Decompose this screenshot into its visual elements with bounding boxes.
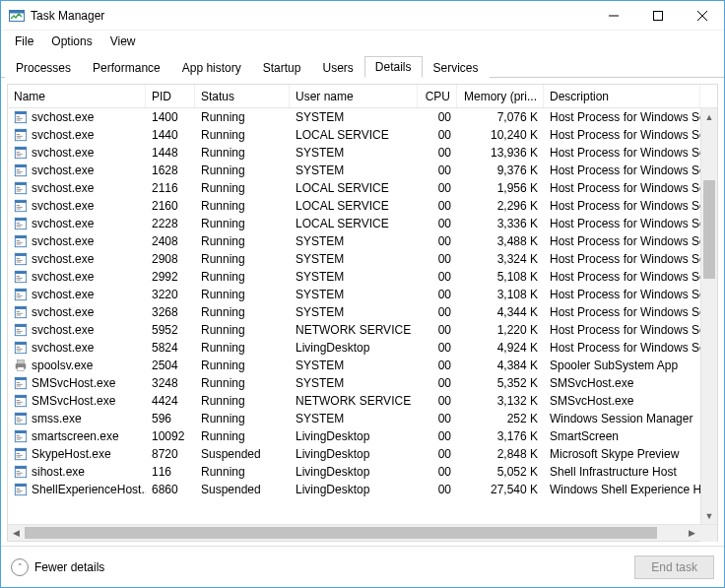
cell-description: Host Process for Windows Serv xyxy=(544,163,700,177)
svg-rect-65 xyxy=(17,315,21,316)
col-cpu[interactable]: CPU xyxy=(418,85,457,107)
table-row[interactable]: svchost.exe5952RunningNETWORK SERVICE001… xyxy=(8,321,700,339)
process-icon xyxy=(14,412,28,425)
cell-user: LOCAL SERVICE xyxy=(290,199,418,213)
footer: ˄ Fewer details End task xyxy=(1,546,724,587)
cell-user: LivingDesktop xyxy=(290,447,418,461)
svg-rect-53 xyxy=(17,276,21,277)
hscroll-thumb[interactable] xyxy=(25,527,657,539)
cell-pid: 2116 xyxy=(146,181,195,195)
table-row[interactable]: SMSvcHost.exe3248RunningSYSTEM005,352 KS… xyxy=(8,374,700,392)
cell-status: Running xyxy=(195,110,290,124)
cell-cpu: 00 xyxy=(418,270,457,284)
process-name: svchost.exe xyxy=(32,288,94,301)
tab-services[interactable]: Services xyxy=(423,57,490,78)
cell-status: Running xyxy=(195,234,290,248)
table-row[interactable]: SkypeHost.exe8720SuspendedLivingDesktop0… xyxy=(8,445,700,463)
menu-view[interactable]: View xyxy=(102,33,144,50)
svg-rect-25 xyxy=(17,173,21,174)
table-row[interactable]: svchost.exe2908RunningSYSTEM003,324 KHos… xyxy=(8,250,700,268)
tab-performance[interactable]: Performance xyxy=(82,57,171,78)
table-row[interactable]: spoolsv.exe2504RunningSYSTEM004,384 KSpo… xyxy=(8,357,700,374)
table-body[interactable]: svchost.exe1400RunningSYSTEM007,076 KHos… xyxy=(8,108,717,524)
table-row[interactable]: svchost.exe1400RunningSYSTEM007,076 KHos… xyxy=(8,108,700,126)
cell-cpu: 00 xyxy=(418,199,457,213)
col-memory[interactable]: Memory (pri... xyxy=(457,85,544,107)
maximize-button[interactable] xyxy=(635,1,680,31)
col-name[interactable]: Name xyxy=(8,85,146,107)
process-icon xyxy=(14,394,28,408)
cell-description: SMSvcHost.exe xyxy=(544,376,700,390)
table-row[interactable]: sihost.exe116RunningLivingDesktop005,052… xyxy=(8,463,700,481)
table-row[interactable]: svchost.exe2408RunningSYSTEM003,488 KHos… xyxy=(8,232,700,250)
cell-pid: 10092 xyxy=(146,429,195,443)
hscroll-track[interactable] xyxy=(25,525,684,541)
col-pid[interactable]: PID xyxy=(146,85,195,107)
table-row[interactable]: smartscreen.exe10092RunningLivingDesktop… xyxy=(8,427,700,445)
table-row[interactable]: svchost.exe3220RunningSYSTEM003,108 KHos… xyxy=(8,286,700,303)
table-row[interactable]: svchost.exe2116RunningLOCAL SERVICE001,9… xyxy=(8,179,700,197)
scroll-down-arrow-icon[interactable]: ▼ xyxy=(701,507,717,524)
menu-file[interactable]: File xyxy=(7,33,41,50)
svg-rect-58 xyxy=(17,294,21,294)
table-row[interactable]: ShellExperienceHost....6860SuspendedLivi… xyxy=(8,481,700,498)
col-status[interactable]: Status xyxy=(195,85,290,107)
process-icon xyxy=(14,376,28,390)
svg-rect-55 xyxy=(17,280,21,281)
tab-startup[interactable]: Startup xyxy=(252,57,312,78)
svg-rect-100 xyxy=(15,448,26,451)
menu-options[interactable]: Options xyxy=(43,33,99,50)
vscroll-thumb[interactable] xyxy=(703,180,715,279)
svg-rect-105 xyxy=(15,466,26,469)
tab-processes[interactable]: Processes xyxy=(5,57,82,78)
scroll-up-arrow-icon[interactable]: ▲ xyxy=(701,108,717,125)
svg-rect-8 xyxy=(17,116,21,117)
cell-description: Windows Shell Experience Hos xyxy=(544,483,700,496)
svg-rect-64 xyxy=(17,313,23,314)
svg-rect-48 xyxy=(17,258,21,259)
vscroll-track[interactable] xyxy=(701,125,717,507)
table-row[interactable]: SMSvcHost.exe4424RunningNETWORK SERVICE0… xyxy=(8,392,700,410)
cell-status: Running xyxy=(195,163,290,177)
col-description[interactable]: Description xyxy=(544,85,700,107)
cell-memory: 3,108 K xyxy=(457,288,544,301)
process-icon xyxy=(14,359,28,372)
col-user-name[interactable]: User name xyxy=(290,85,418,107)
table-row[interactable]: svchost.exe3268RunningSYSTEM004,344 KHos… xyxy=(8,303,700,321)
table-row[interactable]: svchost.exe2160RunningLOCAL SERVICE002,2… xyxy=(8,197,700,215)
cell-status: Running xyxy=(195,217,290,230)
vertical-scrollbar[interactable]: ▲ ▼ xyxy=(700,108,717,524)
cell-pid: 1628 xyxy=(146,163,195,177)
table-row[interactable]: svchost.exe1440RunningLOCAL SERVICE0010,… xyxy=(8,126,700,144)
fewer-details-label: Fewer details xyxy=(34,560,104,574)
svg-rect-103 xyxy=(17,457,21,458)
close-button[interactable] xyxy=(680,1,724,31)
svg-rect-43 xyxy=(17,240,21,241)
table-row[interactable]: smss.exe596RunningSYSTEM00252 KWindows S… xyxy=(8,410,700,427)
cell-name: sihost.exe xyxy=(8,465,146,479)
cell-cpu: 00 xyxy=(418,447,457,461)
table-row[interactable]: svchost.exe1628RunningSYSTEM009,376 KHos… xyxy=(8,162,700,179)
tab-users[interactable]: Users xyxy=(311,57,363,78)
cell-user: LivingDesktop xyxy=(290,341,418,355)
cell-name: svchost.exe xyxy=(8,323,146,337)
table-row[interactable]: svchost.exe2228RunningLOCAL SERVICE003,3… xyxy=(8,215,700,232)
cell-user: SYSTEM xyxy=(290,270,418,284)
table-row[interactable]: svchost.exe1448RunningSYSTEM0013,936 KHo… xyxy=(8,144,700,162)
tab-details[interactable]: Details xyxy=(364,56,423,78)
minimize-button[interactable] xyxy=(591,1,635,31)
end-task-button[interactable]: End task xyxy=(634,555,714,579)
cell-pid: 2228 xyxy=(146,217,195,230)
table-row[interactable]: svchost.exe2992RunningSYSTEM005,108 KHos… xyxy=(8,268,700,286)
cell-memory: 4,924 K xyxy=(457,341,544,355)
fewer-details-button[interactable]: ˄ Fewer details xyxy=(11,558,104,576)
table-row[interactable]: svchost.exe5824RunningLivingDesktop004,9… xyxy=(8,339,700,357)
cell-pid: 2408 xyxy=(146,234,195,248)
cell-status: Running xyxy=(195,146,290,160)
cell-name: svchost.exe xyxy=(8,181,146,195)
tab-app-history[interactable]: App history xyxy=(171,57,252,78)
scroll-left-arrow-icon[interactable]: ◀ xyxy=(8,528,25,538)
scroll-right-arrow-icon[interactable]: ▶ xyxy=(684,528,700,538)
horizontal-scrollbar[interactable]: ◀ ▶ xyxy=(8,524,717,541)
svg-rect-86 xyxy=(17,400,21,401)
